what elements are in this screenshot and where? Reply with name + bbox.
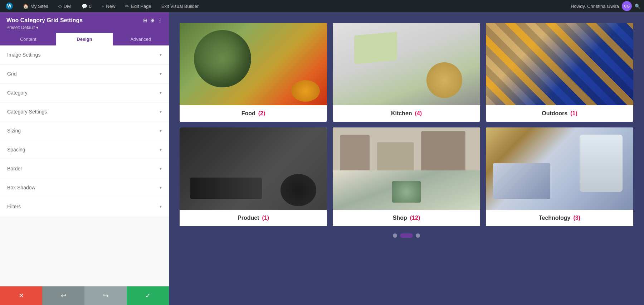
settings-panel: Woo Category Grid Settings ⊟ ⊞ ⋮ Preset:… <box>0 12 169 305</box>
settings-item-image-settings[interactable]: Image Settings ▾ <box>0 45 169 64</box>
shop-name: Shop <box>393 215 407 221</box>
category-card-kitchen[interactable]: Kitchen (4) <box>333 23 480 122</box>
category-label: Category <box>7 90 28 96</box>
home-icon: 🏠 <box>23 4 29 9</box>
image-settings-label: Image Settings <box>7 52 40 58</box>
settings-item-box-shadow[interactable]: Box Shadow ▾ <box>0 178 169 197</box>
border-label: Border <box>7 166 22 171</box>
undo-icon: ↩ <box>61 292 66 300</box>
plus-icon: + <box>102 4 104 9</box>
shop-count: (12) <box>410 215 420 221</box>
redo-button[interactable]: ↪ <box>84 286 127 305</box>
dot-3[interactable] <box>416 233 420 238</box>
settings-item-filters[interactable]: Filters ▾ <box>0 197 169 216</box>
spacing-chevron-icon: ▾ <box>160 147 162 152</box>
wp-logo: W <box>6 3 13 10</box>
outdoors-card-label: Outdoors (1) <box>486 105 633 122</box>
new-label: New <box>106 4 115 9</box>
panel-header: Woo Category Grid Settings ⊟ ⊞ ⋮ Preset:… <box>0 12 169 33</box>
preset-label[interactable]: Preset: Default ▾ <box>6 25 162 30</box>
redo-icon: ↪ <box>103 292 108 300</box>
edit-page-label: Edit Page <box>131 4 151 9</box>
user-avatar: CG <box>622 1 632 11</box>
settings-item-category-settings[interactable]: Category Settings ▾ <box>0 102 169 121</box>
search-icon[interactable]: 🔍 <box>635 4 640 9</box>
admin-bar-right: Howdy, Christina Gwira CG 🔍 <box>571 1 640 11</box>
border-chevron-icon: ▾ <box>160 166 162 171</box>
sizing-chevron-icon: ▾ <box>160 128 162 133</box>
outdoors-name: Outdoors <box>542 110 567 117</box>
food-card-label: Food (2) <box>180 105 327 122</box>
my-sites-label: My Sites <box>30 4 48 9</box>
kitchen-count: (4) <box>415 110 422 117</box>
product-card-label: Product (1) <box>180 210 327 226</box>
category-card-product[interactable]: Product (1) <box>180 127 327 226</box>
undo-button[interactable]: ↩ <box>42 286 84 305</box>
divi-item[interactable]: ◇ Divi <box>56 0 74 12</box>
sizing-label: Sizing <box>7 128 21 134</box>
dot-1[interactable] <box>393 233 397 238</box>
kitchen-image <box>333 23 480 105</box>
divi-label: Divi <box>64 4 72 9</box>
panel-title-icons: ⊟ ⊞ ⋮ <box>143 18 162 23</box>
filters-chevron-icon: ▾ <box>160 204 162 209</box>
outdoors-count: (1) <box>570 110 577 117</box>
settings-list: Image Settings ▾ Grid ▾ Category ▾ Categ… <box>0 45 169 286</box>
content-area: Food (2) Kitchen (4) Outdoors (1) <box>169 12 644 305</box>
tab-design[interactable]: Design <box>56 33 112 45</box>
settings-item-category[interactable]: Category ▾ <box>0 83 169 102</box>
divi-icon: ◇ <box>58 4 62 9</box>
food-image <box>180 23 327 105</box>
settings-item-grid[interactable]: Grid ▾ <box>0 64 169 83</box>
pencil-icon: ✏ <box>125 4 129 9</box>
new-item[interactable]: + New <box>99 0 118 12</box>
save-button[interactable]: ✓ <box>127 286 169 305</box>
shop-image <box>333 127 480 210</box>
image-settings-chevron-icon: ▾ <box>160 52 162 57</box>
edit-page-item[interactable]: ✏ Edit Page <box>123 0 153 12</box>
minimize-icon[interactable]: ⊟ <box>143 18 147 23</box>
comments-item[interactable]: 💬 0 <box>79 0 94 12</box>
tab-content[interactable]: Content <box>0 33 56 45</box>
product-image <box>180 127 327 210</box>
cancel-button[interactable]: ✕ <box>0 286 42 305</box>
technology-image <box>486 127 633 210</box>
box-shadow-chevron-icon: ▾ <box>160 185 162 190</box>
category-card-technology[interactable]: Technology (3) <box>486 127 633 226</box>
category-chevron-icon: ▾ <box>160 90 162 95</box>
action-bar: ✕ ↩ ↪ ✓ <box>0 286 169 305</box>
category-card-shop[interactable]: Shop (12) <box>333 127 480 226</box>
spacing-label: Spacing <box>7 147 25 152</box>
product-count: (1) <box>262 215 269 221</box>
technology-name: Technology <box>539 215 571 221</box>
filters-label: Filters <box>7 204 21 209</box>
technology-card-label: Technology (3) <box>486 210 633 226</box>
expand-icon[interactable]: ⊞ <box>150 18 155 23</box>
wp-logo-item[interactable]: W <box>4 0 15 12</box>
admin-bar: W 🏠 My Sites ◇ Divi 💬 0 + New ✏ Edit Pag… <box>0 0 644 12</box>
settings-item-border[interactable]: Border ▾ <box>0 159 169 178</box>
settings-item-spacing[interactable]: Spacing ▾ <box>0 140 169 159</box>
category-grid: Food (2) Kitchen (4) Outdoors (1) <box>180 23 633 226</box>
kitchen-card-label: Kitchen (4) <box>333 105 480 122</box>
comment-count: 0 <box>89 4 92 9</box>
comment-icon: 💬 <box>82 4 87 9</box>
preset-chevron-icon: ▾ <box>36 25 38 30</box>
more-options-icon[interactable]: ⋮ <box>157 18 162 23</box>
exit-builder-item[interactable]: Exit Visual Builder <box>159 0 201 12</box>
category-card-outdoors[interactable]: Outdoors (1) <box>486 23 633 122</box>
panel-title-row: Woo Category Grid Settings ⊟ ⊞ ⋮ <box>6 17 162 24</box>
kitchen-name: Kitchen <box>391 110 412 117</box>
my-sites-item[interactable]: 🏠 My Sites <box>21 0 50 12</box>
category-card-food[interactable]: Food (2) <box>180 23 327 122</box>
settings-item-sizing[interactable]: Sizing ▾ <box>0 121 169 140</box>
food-name: Food <box>241 110 255 117</box>
technology-count: (3) <box>574 215 581 221</box>
grid-label: Grid <box>7 71 16 77</box>
tabs-bar: Content Design Advanced <box>0 33 169 45</box>
pagination-dots <box>393 233 420 238</box>
tab-advanced[interactable]: Advanced <box>113 33 169 45</box>
grid-chevron-icon: ▾ <box>160 71 162 76</box>
preset-text: Preset: Default <box>6 25 35 30</box>
dot-2-active[interactable] <box>400 233 413 238</box>
